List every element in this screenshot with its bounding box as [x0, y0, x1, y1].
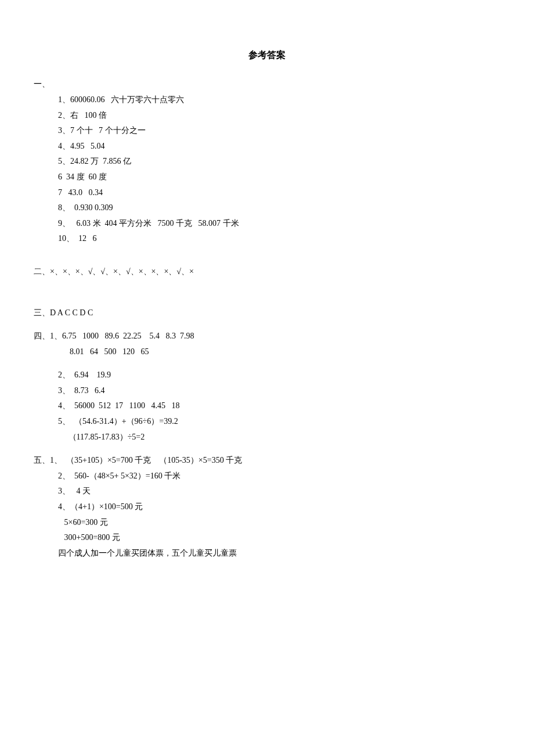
answer-item: 1、600060.06 六十万零六十点零六 — [58, 92, 500, 108]
answer-item: 9、 6.03 米 404 平方分米 7500 千克 58.007 千米 — [58, 216, 500, 232]
answer-item: 四个成人加一个儿童买团体票，五个儿童买儿童票 — [58, 546, 500, 561]
answer-item: 5、24.82 万 7.856 亿 — [58, 154, 500, 170]
answer-item: （117.85-17.83）÷5=2 — [58, 430, 500, 445]
answer-item: 3、 4 天 — [58, 484, 500, 499]
section-four-label: 四、 — [34, 332, 50, 340]
answer-item: 2、 6.94 19.9 — [58, 368, 500, 383]
answer-item: 7 43.0 0.34 — [58, 185, 500, 201]
answer-item: 3、 8.73 6.4 — [58, 383, 500, 399]
answer-item: 10、 12 6 — [58, 231, 500, 247]
answer-item: 2、 560-（48×5+ 5×32）=160 千米 — [58, 469, 500, 484]
answer-item: 1、6.75 1000 89.6 22.25 5.4 8.3 7.98 — [50, 332, 194, 340]
answer-item: 8.01 64 500 120 65 — [70, 344, 500, 360]
section-five-label: 五、 — [34, 456, 50, 465]
answer-item: 4、（4+1）×100=500 元 — [58, 499, 500, 515]
answer-item: 300+500=800 元 — [58, 530, 500, 546]
answer-item: 3、7 个十 7 个十分之一 — [58, 123, 500, 139]
answer-item: 1、 （35+105）×5=700 千克 （105-35）×5=350 千克 — [50, 456, 242, 465]
answer-item: 6 34 度 60 度 — [58, 170, 500, 185]
answer-item: 5、 （54.6-31.4）+（96÷6）=39.2 — [58, 414, 500, 430]
answer-item: 4、4.95 5.04 — [58, 139, 500, 154]
page-title: 参考答案 — [34, 46, 500, 64]
answer-item: 5×60=300 元 — [58, 515, 500, 531]
answer-item: 8、 0.930 0.309 — [58, 200, 500, 216]
section-one-label: 一、 — [34, 77, 500, 92]
answer-item: 2、右 100 倍 — [58, 108, 500, 124]
section-two: 二、×、×、×、√、√、×、√、×、×、×、√、× — [34, 264, 500, 280]
answer-item: 4、 56000 512 17 1100 4.45 18 — [58, 398, 500, 414]
section-three: 三、D A C C D C — [34, 305, 500, 321]
